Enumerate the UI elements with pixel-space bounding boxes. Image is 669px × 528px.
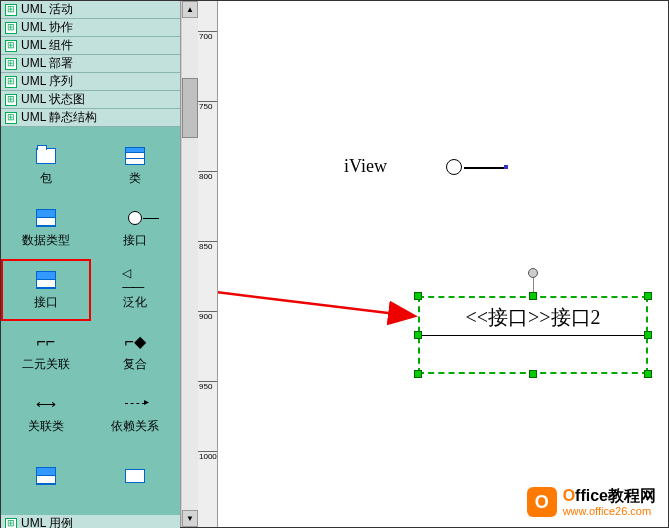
expand-icon: [5, 40, 17, 52]
extra-icon: [36, 467, 56, 485]
tree-item-uml-state[interactable]: UML 状态图: [1, 91, 180, 109]
tree-item-uml-sequence[interactable]: UML 序列: [1, 73, 180, 91]
vertical-ruler: 700 750 800 850 900 950 1000: [198, 1, 218, 527]
shape-interface-lollipop[interactable]: 接口: [91, 197, 181, 259]
watermark-url: www.office26.com: [563, 505, 656, 517]
ruler-tick: 800: [198, 171, 217, 181]
tree-item-uml-usecase[interactable]: UML 用例: [1, 515, 180, 528]
shape-label: 数据类型: [22, 232, 70, 249]
selection-border: <<接口>>接口2: [418, 296, 648, 374]
shape-composition[interactable]: ⌐◆ 复合: [91, 321, 181, 383]
tree-label: UML 静态结构: [21, 109, 97, 126]
rotation-line: [533, 278, 534, 292]
shape-interface-box[interactable]: 接口: [1, 259, 91, 321]
interface-shape-selected[interactable]: <<接口>>接口2: [418, 296, 648, 374]
iview-endpoint[interactable]: [504, 165, 508, 169]
extra-icon: [125, 469, 145, 483]
shape-datatype[interactable]: 数据类型: [1, 197, 91, 259]
shape-generalization[interactable]: 泛化: [91, 259, 181, 321]
interface-box-icon: [36, 271, 56, 289]
expand-icon: [5, 4, 17, 16]
resize-handle-ne[interactable]: [644, 292, 652, 300]
shape-label: 包: [40, 170, 52, 187]
shape-dependency[interactable]: 依赖关系: [91, 383, 181, 445]
tree-label: UML 组件: [21, 37, 73, 54]
ruler-tick: 750: [198, 101, 217, 111]
watermark: O Office教程网 www.office26.com: [527, 487, 656, 517]
sidebar-scrollbar[interactable]: ▲ ▼: [181, 1, 198, 527]
shape-label: 泛化: [123, 294, 147, 311]
ruler-tick: 850: [198, 241, 217, 251]
assoc-class-icon: [33, 394, 59, 414]
tree-item-uml-component[interactable]: UML 组件: [1, 37, 180, 55]
shape-binary-assoc[interactable]: ⌐⌐ 二元关联: [1, 321, 91, 383]
interface-lollipop-icon: [128, 211, 142, 225]
shape-assoc-class[interactable]: 关联类: [1, 383, 91, 445]
package-icon: [36, 148, 56, 164]
shape-label: 复合: [123, 356, 147, 373]
shape-label: 关联类: [28, 418, 64, 435]
expand-icon: [5, 76, 17, 88]
tree-label: UML 协作: [21, 19, 73, 36]
tree-item-uml-collab[interactable]: UML 协作: [1, 19, 180, 37]
tree-label: UML 用例: [21, 515, 73, 528]
interface-title[interactable]: <<接口>>接口2: [422, 300, 644, 336]
expand-icon: [5, 58, 17, 70]
binary-assoc-icon: ⌐⌐: [33, 332, 59, 352]
svg-line-1: [218, 276, 413, 316]
shape-package[interactable]: 包: [1, 135, 91, 197]
scroll-up-icon[interactable]: ▲: [182, 1, 198, 18]
shape-extra1[interactable]: [1, 445, 91, 507]
resize-handle-s[interactable]: [529, 370, 537, 378]
tree-label: UML 状态图: [21, 91, 85, 108]
resize-handle-nw[interactable]: [414, 292, 422, 300]
expand-icon: [5, 112, 17, 124]
generalization-icon: [122, 270, 148, 290]
shape-label: 二元关联: [22, 356, 70, 373]
stencil-sidebar: UML 活动 UML 协作 UML 组件 UML 部署 UML 序列 UML 状…: [1, 1, 181, 527]
shape-label: 接口: [123, 232, 147, 249]
resize-handle-n[interactable]: [529, 292, 537, 300]
resize-handle-w[interactable]: [414, 331, 422, 339]
iview-connector-line[interactable]: [464, 167, 504, 169]
rotation-handle[interactable]: [528, 268, 538, 278]
watermark-icon: O: [527, 487, 557, 517]
shape-extra2[interactable]: [91, 445, 181, 507]
expand-icon: [5, 22, 17, 34]
shape-class[interactable]: 类: [91, 135, 181, 197]
shape-panel: 包 类 数据类型 接口 接口 泛化 ⌐⌐: [1, 127, 180, 515]
ruler-tick: 950: [198, 381, 217, 391]
shape-label: 类: [129, 170, 141, 187]
stereotype-text: <<接口>>: [465, 304, 550, 331]
ruler-tick: 700: [198, 31, 217, 41]
resize-handle-sw[interactable]: [414, 370, 422, 378]
interface-name-text: 接口2: [551, 304, 601, 331]
class-icon: [125, 147, 145, 165]
ruler-tick: 1000: [198, 451, 217, 461]
iview-label[interactable]: iView: [344, 156, 387, 177]
ruler-tick: 900: [198, 311, 217, 321]
resize-handle-e[interactable]: [644, 331, 652, 339]
scroll-thumb[interactable]: [182, 78, 198, 138]
dependency-icon: [125, 403, 145, 404]
composition-icon: ⌐◆: [122, 332, 148, 352]
watermark-title: Office教程网: [563, 487, 656, 505]
expand-icon: [5, 518, 17, 529]
scroll-down-icon[interactable]: ▼: [182, 510, 198, 527]
expand-icon: [5, 94, 17, 106]
tree-item-uml-activity[interactable]: UML 活动: [1, 1, 180, 19]
shape-label: 接口: [34, 294, 58, 311]
iview-interface-circle[interactable]: [446, 159, 462, 175]
drawing-canvas[interactable]: iView <<接口>>接口2 O: [218, 1, 668, 527]
tree-label: UML 活动: [21, 1, 73, 18]
tree-item-uml-static[interactable]: UML 静态结构: [1, 109, 180, 127]
resize-handle-se[interactable]: [644, 370, 652, 378]
tree-label: UML 部署: [21, 55, 73, 72]
datatype-icon: [36, 209, 56, 227]
shape-label: 依赖关系: [111, 418, 159, 435]
tree-item-uml-deploy[interactable]: UML 部署: [1, 55, 180, 73]
tree-label: UML 序列: [21, 73, 73, 90]
